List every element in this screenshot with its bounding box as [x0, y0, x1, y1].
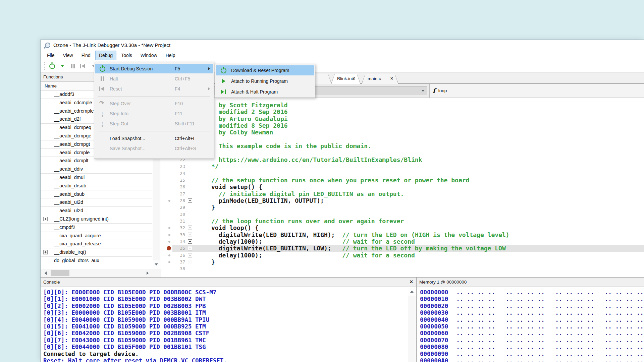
function-row[interactable]: __aeabi_ul2d — [41, 207, 152, 215]
memory-address: 00000000 — [420, 289, 448, 296]
chevron-down-icon[interactable] — [421, 90, 425, 92]
menu-item-save-snapshot: Save Snapshot...Ctrl+Alt+S — [95, 144, 213, 153]
expand-icon[interactable] — [188, 246, 192, 250]
code-line[interactable]: 32void loop() { — [161, 225, 644, 231]
function-row[interactable]: __cxa_guard_release — [41, 240, 152, 248]
scroll-right-icon[interactable] — [143, 269, 152, 277]
functions-panel-title: Functions — [43, 74, 63, 79]
submenu-item-label: Download & Reset Program — [231, 68, 289, 73]
submenu-item-download-reset-program[interactable]: Download & Reset Program — [216, 65, 314, 75]
memory-row: 00000000.. .. .. .. .. .. .. .. .. .. ..… — [420, 289, 644, 296]
code-line[interactable]: 33 digitalWrite(LED_BUILTIN, HIGH); // t… — [161, 232, 644, 238]
halt-button[interactable] — [69, 62, 76, 70]
function-name: __aeabi_dmul — [54, 175, 85, 180]
title-bar[interactable]: Ozone - The J-Link Debugger V3.30a - *Ne… — [41, 40, 644, 51]
console-line: [0][6]: E0042000 CID B105900D PID 002BB9… — [43, 330, 408, 337]
code-line[interactable]: 27 // initialize digital pin LED_BUILTIN… — [161, 191, 644, 197]
line-number: 29 — [166, 205, 185, 210]
code-line[interactable]: 19 — [161, 136, 644, 143]
console-vertical-scrollbar[interactable] — [408, 288, 416, 362]
menu-item-icon-cell — [95, 86, 110, 91]
code-text: } — [211, 259, 215, 265]
code-line[interactable]: 14 by Scott Fitzgerald — [161, 102, 644, 109]
code-line[interactable]: 24 — [161, 170, 644, 177]
menu-find[interactable]: Find — [78, 51, 94, 60]
code-comment: modified 2 Sep 2016 — [211, 108, 288, 115]
code-area[interactable]: 14 by Scott Fitzgerald15 modified 2 Sep … — [161, 98, 644, 277]
memory-address: 00000080 — [420, 344, 448, 350]
start-debug-submenu: Download & Reset ProgramAttach to Runnin… — [215, 64, 315, 98]
function-row[interactable]: __aeabi_ddiv — [41, 165, 152, 174]
tab-blink-ino[interactable]: Blink.ino× — [331, 74, 361, 84]
expand-icon[interactable] — [188, 198, 192, 203]
menu-item-label: Reset — [110, 86, 175, 92]
tab-close-icon[interactable]: × — [390, 76, 393, 81]
function-row[interactable]: __aeabi_dsub — [41, 190, 152, 199]
function-row[interactable]: __CLZ(long unsigned int) — [41, 215, 152, 224]
functions-column-name: Name — [45, 83, 57, 88]
function-row[interactable]: do_global_dtors_aux — [41, 257, 152, 265]
toolbar-grip-handle[interactable] — [44, 62, 45, 70]
function-row[interactable]: __disable_irq() — [41, 248, 152, 257]
function-row[interactable]: __cxa_guard_acquire — [41, 232, 152, 240]
start-debug-options-button[interactable] — [59, 62, 66, 70]
code-line[interactable]: 20 This example code is in the public do… — [161, 143, 644, 149]
menu-help[interactable]: Help — [162, 51, 179, 60]
code-line[interactable]: 29} — [161, 204, 644, 211]
function-row[interactable]: __aeabi_dmul — [41, 174, 152, 182]
code-text: digitalWrite(LED_BUILTIN, LOW); // turn … — [211, 245, 506, 252]
code-line[interactable]: 34 delay(1000); // wait for a second — [161, 238, 644, 245]
console-title: Console — [43, 280, 60, 285]
code-line[interactable]: 25// the setup function runs once when y… — [161, 177, 644, 184]
function-row[interactable]: __aeabi_drsub — [41, 182, 152, 190]
start-debug-session-button[interactable] — [48, 62, 56, 70]
code-line[interactable]: 22 https://www.arduino.cc/en/Tutorial/Bu… — [161, 157, 644, 163]
tab-close-icon[interactable]: × — [353, 76, 355, 81]
scroll-left-icon[interactable] — [41, 269, 50, 277]
tab-main-c[interactable]: main.c× — [362, 74, 398, 84]
expand-icon[interactable] — [188, 233, 192, 237]
expand-icon[interactable] — [188, 260, 192, 264]
expand-icon[interactable] — [43, 250, 48, 254]
menu-file[interactable]: File — [43, 51, 58, 60]
code-line[interactable]: 26void setup() { — [161, 184, 644, 190]
menu-item-start-debug-session[interactable]: Start Debug SessionF5 — [95, 64, 213, 73]
expand-icon[interactable] — [188, 253, 192, 257]
code-line[interactable]: 17 modified 8 Sep 2016 — [161, 122, 644, 129]
code-line[interactable]: 23*/ — [161, 163, 644, 170]
menu-window[interactable]: Window — [137, 51, 161, 60]
memory-bytes: .. .. .. .. .. .. .. .. .. .. .. .. .. .… — [456, 289, 643, 296]
submenu-item-attach-halt-program[interactable]: Attach & Halt Program — [216, 87, 314, 97]
console-panel: Console × [0][0]: E000E000 CID B105E00D … — [41, 277, 416, 362]
scroll-down-icon[interactable] — [153, 260, 160, 268]
code-line[interactable]: 38 — [161, 265, 644, 272]
submenu-item-attach-to-running-program[interactable]: Attach to Running Program — [216, 76, 314, 86]
function-name: __aeabi_ul2d — [54, 208, 83, 213]
reset-button[interactable] — [79, 62, 87, 70]
code-line[interactable]: 37} — [161, 259, 644, 265]
scrollbar-thumb[interactable] — [51, 270, 69, 276]
code-line[interactable]: 36 delay(1000); // wait for a second — [161, 252, 644, 259]
code-line[interactable]: 16 by Arturo Guadalupi — [161, 116, 644, 122]
expand-icon[interactable] — [188, 226, 192, 230]
menu-item-load-snapshot[interactable]: Load Snapshot...Ctrl+Alt+L — [95, 134, 213, 143]
scroll-up-icon[interactable] — [408, 288, 416, 296]
menu-view[interactable]: View — [59, 51, 77, 60]
close-icon[interactable]: × — [410, 279, 413, 285]
code-line[interactable]: 31// the loop function runs over and ove… — [161, 218, 644, 225]
tab-label: main.c — [368, 76, 381, 81]
menu-debug[interactable]: Debug — [95, 51, 116, 60]
expand-icon[interactable] — [43, 217, 48, 221]
code-line[interactable]: 35 digitalWrite(LED_BUILTIN, LOW); // tu… — [161, 245, 644, 252]
function-row[interactable]: __aeabi_ui2d — [41, 198, 152, 207]
code-line[interactable]: 15 modified 2 Sep 2016 — [161, 109, 644, 115]
expand-icon[interactable] — [188, 239, 192, 244]
functions-horizontal-scrollbar[interactable] — [41, 269, 161, 277]
code-line[interactable]: 18 by Colby Newman — [161, 129, 644, 136]
code-line[interactable]: 30 — [161, 211, 644, 218]
function-row[interactable]: __cmpdf2 — [41, 224, 152, 232]
code-line[interactable]: 28 pinMode(LED_BUILTIN, OUTPUT); — [161, 197, 644, 204]
line-number: 23 — [166, 164, 185, 169]
menu-tools[interactable]: Tools — [117, 51, 136, 60]
code-line[interactable]: 21 — [161, 149, 644, 156]
